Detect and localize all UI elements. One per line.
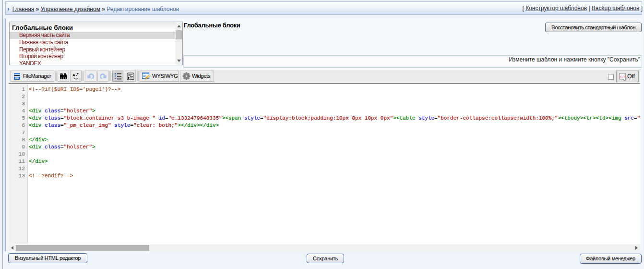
- svg-text:A: A: [72, 73, 75, 77]
- svg-text:</>: </>: [620, 75, 626, 79]
- svg-text:B: B: [78, 77, 80, 81]
